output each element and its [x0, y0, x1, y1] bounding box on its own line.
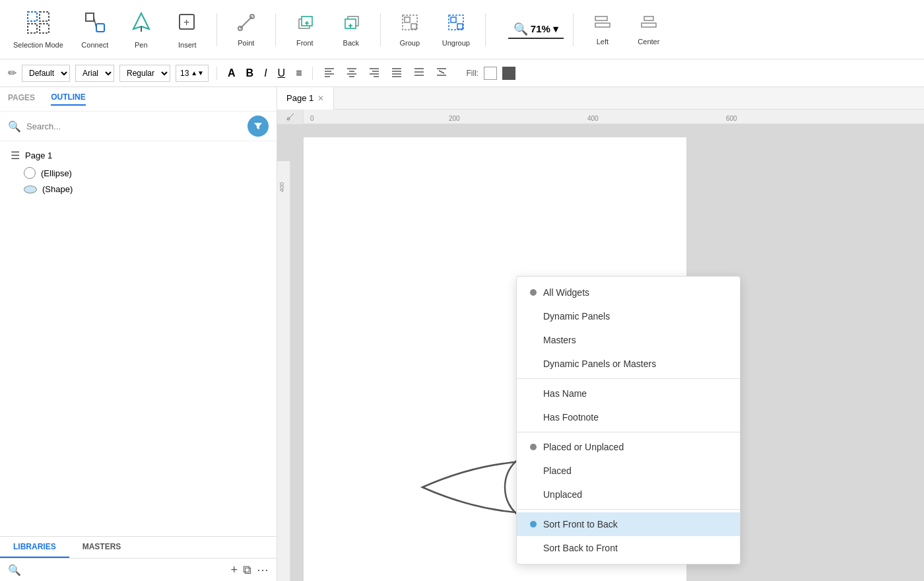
ruler-marks: 0 200 400 600: [310, 115, 865, 122]
format-toolbar: ✏ Default Arial Regular 13 ▲▼ A B I U ≡ …: [0, 59, 924, 87]
menu-item-placed-or-unplaced[interactable]: Placed or Unplaced: [517, 435, 740, 459]
align-center-icon: [639, 14, 659, 35]
zoom-control[interactable]: 🔍 71% ▾: [508, 20, 564, 39]
more-library-button[interactable]: ⋯: [257, 563, 269, 577]
menu-item-sort-front-to-back[interactable]: Sort Front to Back: [517, 512, 740, 536]
fill-color-white[interactable]: [484, 67, 497, 80]
filter-button[interactable]: [248, 116, 269, 137]
svg-rect-2: [28, 24, 37, 33]
page1-tab[interactable]: Page 1 ✕: [277, 87, 334, 110]
ruler-mark-600: 600: [726, 115, 865, 122]
ruler-mark-0: 0: [310, 115, 449, 122]
pen-button[interactable]: Pen: [121, 8, 161, 51]
group-icon: [400, 13, 420, 36]
page1-item[interactable]: ☰ Page 1: [0, 147, 277, 164]
add-library-button[interactable]: +: [230, 563, 238, 577]
front-button[interactable]: Front: [285, 10, 325, 50]
panel-tabs: PAGES OUTLINE: [0, 87, 277, 112]
panel-search: 🔍: [0, 112, 277, 141]
underline-button[interactable]: U: [275, 66, 288, 81]
bottom-search-icon: 🔍: [8, 564, 21, 576]
unplaced-label: Unplaced: [543, 489, 727, 500]
toolbar-divider-3: [380, 13, 381, 46]
masters-tab[interactable]: MASTERS: [69, 537, 135, 558]
sort-back-to-front-label: Sort Back to Front: [543, 543, 727, 553]
point-icon: [236, 13, 256, 36]
justify-fmt-button[interactable]: [388, 65, 405, 81]
toolbar-divider-4: [485, 13, 486, 46]
font-size-control[interactable]: 13 ▲▼: [176, 65, 209, 82]
menu-item-sort-back-to-front[interactable]: Sort Back to Front: [517, 536, 740, 560]
menu-item-unplaced[interactable]: Unplaced: [517, 483, 740, 506]
outline-tab[interactable]: OUTLINE: [51, 92, 86, 106]
toolbar-divider-1: [216, 13, 217, 46]
page-icon: ☰: [11, 149, 20, 162]
menu-item-all-widgets[interactable]: All Widgets: [517, 281, 740, 304]
toolbar-divider-2: [275, 13, 276, 46]
list-button[interactable]: ≡: [293, 66, 304, 81]
bold-b-button[interactable]: B: [244, 66, 257, 81]
point-label: Point: [238, 39, 254, 47]
selection-mode-icon: [26, 11, 50, 38]
libraries-tab[interactable]: LIBRARIES: [0, 537, 69, 558]
font-select[interactable]: Arial: [75, 65, 114, 82]
insert-icon: +: [176, 11, 199, 38]
align-center-label: Center: [638, 38, 659, 46]
insert-button[interactable]: + Insert: [168, 8, 207, 51]
menu-item-dynamic-panels-or-masters[interactable]: Dynamic Panels or Masters: [517, 352, 740, 376]
svg-rect-3: [40, 24, 49, 33]
align-left-fmt-button[interactable]: [321, 65, 338, 81]
ungroup-icon: [446, 13, 466, 36]
all-widgets-label: All Widgets: [543, 287, 727, 298]
align-left-button[interactable]: Left: [583, 11, 622, 48]
has-name-label: Has Name: [543, 388, 727, 399]
menu-item-has-name[interactable]: Has Name: [517, 382, 740, 405]
align-left-icon: [593, 14, 612, 35]
menu-item-masters[interactable]: Masters: [517, 328, 740, 352]
shape-icon: [24, 186, 37, 193]
outline-search-input[interactable]: [26, 121, 242, 131]
sort-front-to-back-label: Sort Front to Back: [543, 519, 727, 530]
shape-item[interactable]: (Shape): [0, 182, 277, 197]
selection-mode-button[interactable]: Selection Mode: [8, 8, 69, 51]
separator-1: [517, 378, 740, 379]
left-panel: PAGES OUTLINE 🔍 ☰ Page 1 (Ellipse): [0, 87, 277, 581]
align-center-button[interactable]: Center: [629, 11, 669, 48]
italic-button[interactable]: I: [261, 66, 269, 81]
ellipse-item[interactable]: (Ellipse): [0, 164, 277, 182]
pages-tab[interactable]: PAGES: [8, 93, 35, 105]
zoom-dropdown-icon: ▾: [553, 23, 558, 35]
align-right-fmt-button[interactable]: [366, 65, 383, 81]
line-height-button[interactable]: [411, 65, 428, 81]
ruler-corner: [277, 110, 304, 124]
point-button[interactable]: Point: [226, 10, 266, 50]
ungroup-button[interactable]: Ungroup: [436, 10, 476, 50]
spacing-button[interactable]: [433, 65, 450, 81]
align-center-fmt-button[interactable]: [343, 65, 360, 81]
dynamic-panels-or-masters-label: Dynamic Panels or Masters: [543, 359, 727, 369]
back-button[interactable]: Back: [331, 10, 371, 50]
page1-close-button[interactable]: ✕: [317, 94, 324, 103]
zoom-value: 71%: [531, 23, 550, 34]
style-select[interactable]: Default: [22, 65, 70, 82]
page1-tab-label: Page 1: [286, 93, 314, 103]
svg-rect-25: [644, 17, 653, 20]
connect-button[interactable]: Connect: [75, 8, 115, 51]
bold-button[interactable]: A: [225, 66, 238, 81]
menu-item-has-footnote[interactable]: Has Footnote: [517, 405, 740, 429]
placed-or-unplaced-label: Placed or Unplaced: [543, 442, 727, 452]
front-icon: [295, 13, 315, 36]
group-button[interactable]: Group: [390, 10, 430, 50]
fill-color-dark[interactable]: [502, 67, 515, 80]
weight-select[interactable]: Regular: [119, 65, 170, 82]
insert-label: Insert: [178, 41, 197, 49]
connect-label: Connect: [81, 41, 108, 49]
fill-label: Fill:: [466, 69, 478, 78]
ellipse-icon: [24, 167, 36, 179]
svg-line-48: [439, 71, 444, 73]
filter-dropdown-menu: All Widgets Dynamic Panels Masters Dynam…: [516, 276, 741, 564]
menu-item-placed[interactable]: Placed: [517, 459, 740, 483]
page-tab-bar: Page 1 ✕: [277, 87, 924, 110]
copy-library-button[interactable]: ⧉: [243, 563, 251, 577]
menu-item-dynamic-panels[interactable]: Dynamic Panels: [517, 304, 740, 328]
